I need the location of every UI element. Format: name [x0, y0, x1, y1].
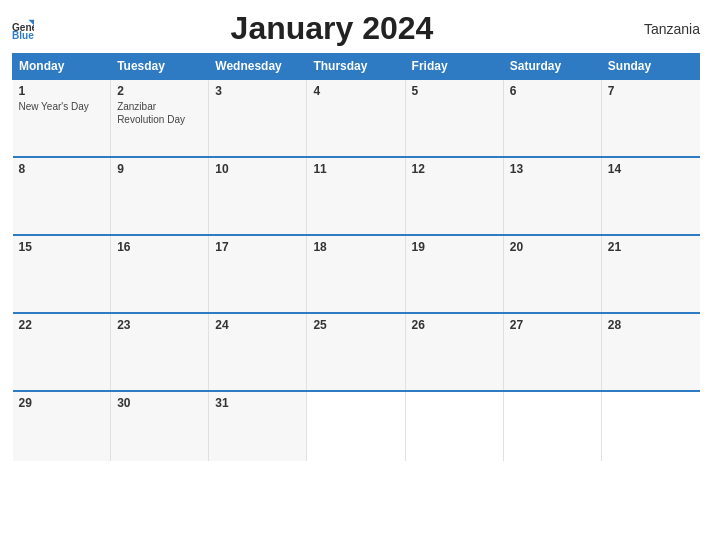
calendar-cell: 13: [503, 157, 601, 235]
header-thursday: Thursday: [307, 54, 405, 80]
day-number: 19: [412, 240, 497, 254]
calendar-cell: 3: [209, 79, 307, 157]
calendar-cell: 8: [13, 157, 111, 235]
calendar-cell: 14: [601, 157, 699, 235]
day-number: 23: [117, 318, 202, 332]
svg-text:Blue: Blue: [12, 30, 34, 40]
calendar-week-3: 15161718192021: [13, 235, 700, 313]
weekday-header-row: Monday Tuesday Wednesday Thursday Friday…: [13, 54, 700, 80]
calendar-cell: 20: [503, 235, 601, 313]
calendar-cell: 6: [503, 79, 601, 157]
calendar-cell: 22: [13, 313, 111, 391]
logo-icon: General Blue: [12, 18, 34, 40]
calendar-cell: 18: [307, 235, 405, 313]
day-number: 11: [313, 162, 398, 176]
calendar-cell: 11: [307, 157, 405, 235]
calendar-cell: 9: [111, 157, 209, 235]
calendar-container: General Blue January 2024 Tanzania Monda…: [0, 0, 712, 550]
calendar-week-4: 22232425262728: [13, 313, 700, 391]
calendar-title: January 2024: [34, 10, 630, 47]
calendar-cell: [405, 391, 503, 461]
day-number: 20: [510, 240, 595, 254]
day-number: 30: [117, 396, 202, 410]
calendar-cell: 12: [405, 157, 503, 235]
calendar-week-1: 1New Year's Day2Zanzibar Revolution Day3…: [13, 79, 700, 157]
day-number: 10: [215, 162, 300, 176]
day-number: 25: [313, 318, 398, 332]
calendar-cell: [601, 391, 699, 461]
day-number: 17: [215, 240, 300, 254]
day-number: 31: [215, 396, 300, 410]
day-number: 28: [608, 318, 694, 332]
holiday-label: New Year's Day: [19, 100, 105, 113]
day-number: 3: [215, 84, 300, 98]
country-name: Tanzania: [630, 21, 700, 37]
day-number: 21: [608, 240, 694, 254]
calendar-cell: 19: [405, 235, 503, 313]
day-number: 6: [510, 84, 595, 98]
calendar-cell: [307, 391, 405, 461]
calendar-cell: 26: [405, 313, 503, 391]
header-sunday: Sunday: [601, 54, 699, 80]
day-number: 5: [412, 84, 497, 98]
day-number: 22: [19, 318, 105, 332]
calendar-cell: 27: [503, 313, 601, 391]
calendar-cell: 23: [111, 313, 209, 391]
day-number: 18: [313, 240, 398, 254]
calendar-cell: 28: [601, 313, 699, 391]
day-number: 27: [510, 318, 595, 332]
calendar-cell: 10: [209, 157, 307, 235]
header-wednesday: Wednesday: [209, 54, 307, 80]
header-friday: Friday: [405, 54, 503, 80]
calendar-cell: 1New Year's Day: [13, 79, 111, 157]
calendar-cell: 25: [307, 313, 405, 391]
day-number: 16: [117, 240, 202, 254]
header-tuesday: Tuesday: [111, 54, 209, 80]
day-number: 24: [215, 318, 300, 332]
calendar-cell: 24: [209, 313, 307, 391]
header-saturday: Saturday: [503, 54, 601, 80]
calendar-cell: 4: [307, 79, 405, 157]
day-number: 12: [412, 162, 497, 176]
logo: General Blue: [12, 18, 34, 40]
calendar-cell: 21: [601, 235, 699, 313]
day-number: 2: [117, 84, 202, 98]
calendar-cell: 7: [601, 79, 699, 157]
calendar-cell: 31: [209, 391, 307, 461]
calendar-cell: [503, 391, 601, 461]
calendar-cell: 2Zanzibar Revolution Day: [111, 79, 209, 157]
calendar-header: General Blue January 2024 Tanzania: [12, 10, 700, 47]
day-number: 7: [608, 84, 694, 98]
day-number: 29: [19, 396, 105, 410]
day-number: 15: [19, 240, 105, 254]
calendar-cell: 29: [13, 391, 111, 461]
day-number: 13: [510, 162, 595, 176]
calendar-cell: 15: [13, 235, 111, 313]
calendar-cell: 17: [209, 235, 307, 313]
calendar-week-5: 293031: [13, 391, 700, 461]
day-number: 9: [117, 162, 202, 176]
calendar-week-2: 891011121314: [13, 157, 700, 235]
day-number: 4: [313, 84, 398, 98]
day-number: 26: [412, 318, 497, 332]
day-number: 1: [19, 84, 105, 98]
calendar-cell: 5: [405, 79, 503, 157]
holiday-label: Zanzibar Revolution Day: [117, 100, 202, 126]
day-number: 14: [608, 162, 694, 176]
day-number: 8: [19, 162, 105, 176]
header-monday: Monday: [13, 54, 111, 80]
calendar-cell: 16: [111, 235, 209, 313]
calendar-cell: 30: [111, 391, 209, 461]
calendar-grid: Monday Tuesday Wednesday Thursday Friday…: [12, 53, 700, 461]
